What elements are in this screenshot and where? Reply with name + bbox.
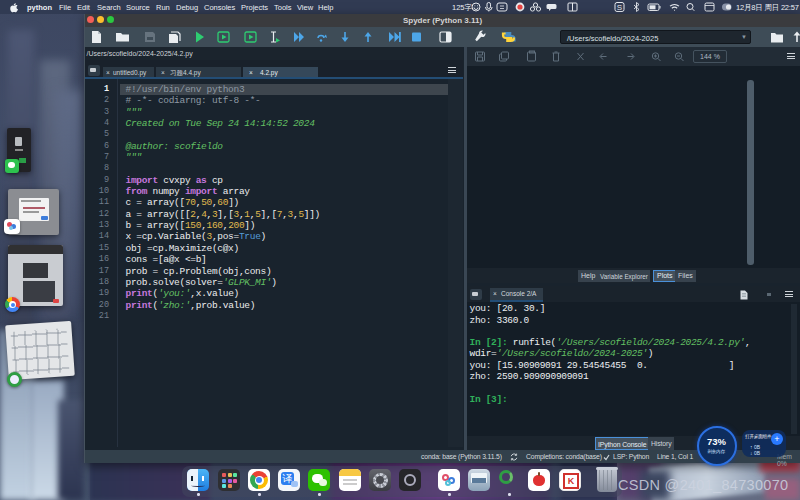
svg-text:S: S — [617, 3, 622, 12]
